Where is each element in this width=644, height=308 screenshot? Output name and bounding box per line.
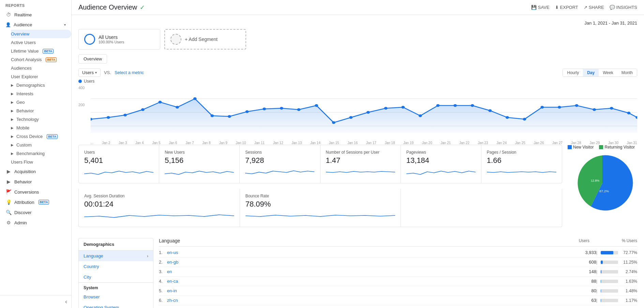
row-bar-pct: | 1.63%: [596, 279, 637, 284]
sidebar-item-custom[interactable]: ▶ Custom: [11, 141, 71, 149]
select-metric-link[interactable]: Select a metric: [115, 70, 144, 75]
svg-point-7: [159, 101, 162, 103]
stat-sessions: Sessions 7,928: [240, 145, 320, 183]
sidebar-item-discover[interactable]: 🔍 Discover: [0, 207, 71, 218]
sidebar-item-acquisition[interactable]: ▶ Acquisition: [0, 166, 71, 177]
demographics-header: Demographics: [79, 238, 153, 251]
legend-returning-label: Returning Visitor: [604, 145, 635, 150]
stat-sessions-per-user: Number of Sessions per User 1.47: [320, 145, 401, 183]
time-btn-month[interactable]: Month: [617, 69, 637, 76]
stat-value: 5,156: [165, 156, 234, 165]
sidebar-item-users-flow[interactable]: Users Flow: [11, 158, 71, 166]
sidebar-item-cohort-analysis[interactable]: Cohort Analysis BETA: [11, 55, 71, 64]
pie-svg: 87.2% 12.8%: [572, 152, 633, 214]
conversions-icon: 🚩: [5, 189, 12, 195]
svg-point-32: [593, 108, 596, 111]
sidebar-item-audiences[interactable]: Audiences: [11, 64, 71, 72]
overview-tab[interactable]: Overview: [78, 54, 107, 64]
segments-row: All Users 100.00% Users + Add Segment: [78, 29, 637, 50]
sidebar-item-behavior[interactable]: ▶ Behavior: [11, 107, 71, 115]
sidebar-item-interests[interactable]: ▶ Interests: [11, 89, 71, 98]
add-segment-card[interactable]: + Add Segment: [164, 29, 246, 50]
audience-icon: 👤: [5, 22, 11, 27]
svg-point-8: [176, 106, 179, 109]
row-lang[interactable]: en-gb: [167, 260, 569, 265]
beta-badge: BETA: [39, 200, 49, 205]
col-pct-header: % Users: [593, 238, 637, 243]
time-btn-day[interactable]: Day: [583, 69, 599, 76]
stat-label: Users: [84, 150, 153, 155]
stat-value: 7,928: [245, 156, 314, 165]
row-lang[interactable]: en-us: [167, 250, 569, 255]
sidebar-item-admin[interactable]: ⚙ Admin: [0, 218, 71, 228]
sidebar-item-benchmarking[interactable]: ▶ Benchmarking: [11, 149, 71, 158]
bar-track: [601, 280, 618, 283]
demo-item-city[interactable]: City: [79, 272, 153, 282]
stats-grid-row2: Avg. Session Duration 00:01:24 Bounce Ra…: [78, 189, 562, 227]
save-button[interactable]: 💾 SAVE: [531, 5, 550, 10]
acquisition-icon: ▶: [5, 169, 12, 174]
segment-info: All Users 100.00% Users: [99, 34, 124, 44]
sidebar-item-user-explorer[interactable]: User Explorer: [11, 72, 71, 81]
sidebar-item-technology[interactable]: ▶ Technology: [11, 115, 71, 124]
legend-new-visitor: New Visitor: [568, 145, 594, 150]
demo-item-browser[interactable]: Browser: [79, 292, 153, 302]
demo-item-label: Browser: [84, 294, 100, 299]
insights-icon: 💬: [610, 5, 615, 10]
insights-button[interactable]: 💬 INSIGHTS: [610, 5, 637, 10]
row-lang[interactable]: zh-cn: [167, 298, 569, 303]
sidebar-item-overview[interactable]: Overview: [11, 30, 71, 38]
demo-item-label: Country: [84, 264, 99, 269]
share-button[interactable]: ↗ SHARE: [584, 5, 604, 10]
sidebar-item-audience[interactable]: 👤 Audience ▾: [0, 20, 71, 30]
svg-point-19: [366, 111, 370, 114]
row-rank: 5.: [159, 288, 167, 293]
pct-text: 1.17%: [620, 298, 637, 303]
row-lang[interactable]: en: [167, 269, 569, 274]
beta-badge: BETA: [43, 49, 54, 54]
sidebar-item-cross-device[interactable]: ▶ Cross Device BETA: [11, 132, 71, 141]
sidebar-item-mobile[interactable]: ▶ Mobile: [11, 124, 71, 132]
svg-point-20: [384, 107, 388, 110]
sidebar-item-realtime[interactable]: ⏱ Realtime: [0, 10, 71, 20]
segment-all-users[interactable]: All Users 100.00% Users: [78, 29, 160, 50]
y-label-400: 400: [78, 86, 85, 103]
bar-fill: [601, 251, 613, 254]
save-label: SAVE: [538, 5, 550, 10]
collapse-sidebar-button[interactable]: ‹: [0, 295, 71, 308]
demo-item-os[interactable]: Operating System: [79, 302, 153, 308]
sidebar-item-active-users[interactable]: Active Users: [11, 38, 71, 47]
demo-item-country[interactable]: Country: [79, 261, 153, 272]
time-btn-hourly[interactable]: Hourly: [563, 69, 583, 76]
bar-fill: [601, 261, 603, 264]
sidebar-item-conversions[interactable]: 🚩 Conversions: [0, 187, 71, 197]
sidebar-item-lifetime-value[interactable]: Lifetime Value BETA: [11, 47, 71, 55]
row-lang[interactable]: en-in: [167, 288, 569, 293]
sidebar-item-behavior-top[interactable]: ▶ Behavior: [0, 177, 71, 187]
svg-point-33: [610, 107, 613, 110]
stat-label: Pageviews: [406, 150, 476, 155]
segment-sub: 100.00% Users: [99, 40, 124, 44]
row-lang[interactable]: en-ca: [167, 279, 569, 284]
sidebar-item-attribution[interactable]: 💡 Attribution BETA: [0, 197, 71, 207]
bar-track: [601, 270, 618, 274]
main-content: Audience Overview ✓ 💾 SAVE ⬇ EXPORT ↗ SH…: [72, 0, 644, 308]
segment-circle: [84, 34, 95, 45]
row-rank: 3.: [159, 269, 167, 274]
discover-icon: 🔍: [5, 210, 12, 215]
svg-point-16: [315, 104, 318, 107]
sidebar-item-geo[interactable]: ▶ Geo: [11, 98, 71, 107]
legend-dot-returning: [599, 145, 603, 149]
metric-dropdown[interactable]: Users ▾: [78, 68, 101, 77]
sidebar-item-demographics[interactable]: ▶ Demographics: [11, 81, 71, 89]
demo-item-language[interactable]: Language ›: [79, 251, 153, 261]
y-axis: 400 200: [78, 85, 85, 138]
pct-text: 72.77%: [620, 250, 637, 255]
stat-value: 1.66: [487, 156, 556, 165]
sparkline-sessions-per-user: [326, 167, 395, 177]
title-text: Audience Overview: [78, 3, 137, 11]
chevron-right-icon: ▶: [11, 83, 14, 87]
time-btn-week[interactable]: Week: [599, 69, 617, 76]
export-button[interactable]: ⬇ EXPORT: [555, 5, 578, 10]
chevron-right-icon: ▶: [11, 143, 14, 147]
